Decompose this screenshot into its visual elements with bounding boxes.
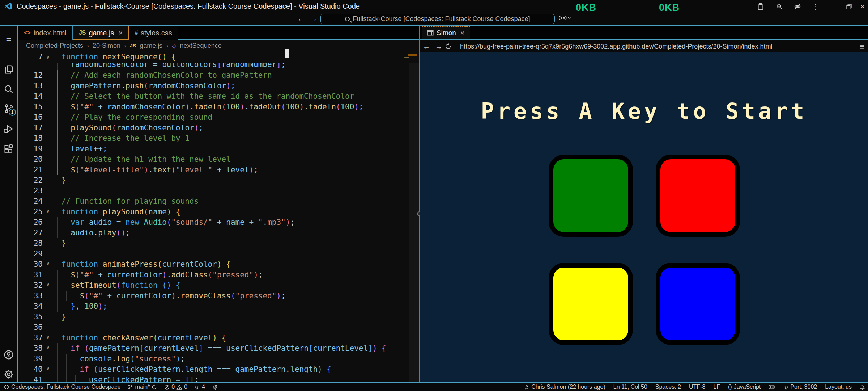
fold-chevron-icon[interactable]: ∨ bbox=[46, 206, 50, 216]
fold-chevron-icon[interactable]: ∨ bbox=[46, 279, 50, 290]
code-line-23[interactable]: 23 bbox=[18, 186, 419, 196]
browser-back-icon[interactable]: ← bbox=[420, 42, 433, 51]
browser-menu-icon[interactable]: ≡ bbox=[860, 42, 864, 51]
line-number: 39 bbox=[18, 354, 43, 364]
code-line-27[interactable]: 27 audio.play(); bbox=[18, 228, 419, 238]
browser-forward-icon[interactable]: → bbox=[433, 42, 445, 51]
partially-hidden-line[interactable]: randomChosenColor = buttonColors[randomN… bbox=[18, 63, 419, 70]
code-line-18[interactable]: 18 // Increase the level by 1 bbox=[18, 133, 419, 144]
zoom-lens-icon[interactable] bbox=[773, 2, 786, 11]
simon-button-red[interactable] bbox=[656, 155, 740, 237]
simon-button-green[interactable] bbox=[549, 155, 633, 237]
code-line-36[interactable]: 36 bbox=[18, 322, 419, 333]
code-text: // Play the corresponding sound bbox=[61, 112, 212, 123]
simon-button-yellow[interactable] bbox=[549, 263, 633, 345]
port-status[interactable]: Port: 3002 bbox=[783, 384, 817, 390]
language-mode-status[interactable]: () JavaScript bbox=[728, 384, 761, 390]
command-center-search[interactable]: Fullstack-Course [Codespaces: Fullstack … bbox=[320, 14, 555, 24]
code-line-17[interactable]: 17 playSound(randomChosenColor); bbox=[18, 123, 419, 133]
git-branch-status[interactable]: main* bbox=[128, 384, 157, 390]
settings-gear-icon[interactable] bbox=[0, 366, 17, 382]
tab-close-icon[interactable]: × bbox=[460, 29, 465, 37]
extensions-icon[interactable] bbox=[0, 141, 17, 157]
fold-chevron-icon[interactable]: ∨ bbox=[46, 363, 50, 374]
fold-chevron-icon[interactable]: ∨ bbox=[46, 258, 50, 269]
code-line-21[interactable]: 21 $("#level-title").text("Level " + lev… bbox=[18, 165, 419, 175]
code-line-39[interactable]: 39 console.log("success"); bbox=[18, 354, 419, 364]
eye-off-icon[interactable] bbox=[791, 2, 804, 11]
fold-chevron-icon[interactable]: ∨ bbox=[46, 51, 50, 63]
breadcrumb-item[interactable]: nextSequence bbox=[180, 42, 222, 50]
code-line-37[interactable]: 37∨function checkAnswer(currentLevel) { bbox=[18, 333, 419, 343]
code-line-16[interactable]: 16 // Play the corresponding sound bbox=[18, 112, 419, 123]
tab-game-js[interactable]: JS game.js × bbox=[73, 26, 129, 40]
tab-index-html[interactable]: <> index.html bbox=[18, 26, 73, 40]
search-sidebar-icon[interactable] bbox=[0, 81, 17, 97]
deploy-status[interactable] bbox=[212, 384, 218, 390]
code-line-30[interactable]: 30∨function animatePress(currentColor) { bbox=[18, 259, 419, 270]
clipboard-icon[interactable] bbox=[754, 2, 767, 11]
code-line-31[interactable]: 31 $("#" + currentColor).addClass("press… bbox=[18, 270, 419, 280]
code-line-33[interactable]: 33 $("#" + currentColor).removeClass("pr… bbox=[18, 291, 419, 301]
breadcrumb-item[interactable]: Completed-Projects bbox=[26, 42, 83, 50]
ports-status[interactable]: 4 bbox=[195, 384, 205, 390]
account-icon[interactable] bbox=[0, 347, 17, 363]
indent-guide bbox=[57, 144, 58, 154]
explorer-icon[interactable] bbox=[0, 62, 17, 77]
tab-styles-css[interactable]: # styles.css bbox=[129, 26, 178, 40]
cursor-position-status[interactable]: Ln 11, Col 50 bbox=[613, 384, 647, 390]
kebab-menu-icon[interactable]: ⋮ bbox=[809, 2, 822, 11]
source-control-icon[interactable]: 1 bbox=[0, 101, 17, 117]
breadcrumb-item[interactable]: game.js bbox=[140, 42, 162, 50]
breadcrumb-item[interactable]: 20-Simon bbox=[93, 42, 120, 50]
code-line-14[interactable]: 14 // Select the button with the same id… bbox=[18, 91, 419, 102]
tab-close-icon[interactable]: × bbox=[118, 29, 123, 37]
remote-indicator[interactable]: Codespaces: Fullstack Course Codespace bbox=[4, 384, 120, 390]
git-author-status[interactable]: Chris Salmon (22 hours ago) bbox=[524, 384, 605, 390]
browser-reload-icon[interactable] bbox=[445, 43, 457, 50]
code-line-15[interactable]: 15 $("#" + randomChosenColor).fadeIn(100… bbox=[18, 102, 419, 112]
url-input[interactable]: https://bug-free-palm-tree-qr5q7x9r5g6hx… bbox=[460, 43, 851, 50]
code-line-38[interactable]: 38∨ if (gamePattern[currentLevel] === us… bbox=[18, 343, 419, 354]
code-line-20[interactable]: 20 // Update the h1 with the new level bbox=[18, 154, 419, 165]
fold-chevron-icon[interactable]: ∨ bbox=[46, 342, 50, 353]
code-line-40[interactable]: 40∨ if (userClickedPattern.length === ga… bbox=[18, 364, 419, 375]
code-line-19[interactable]: 19 level++; bbox=[18, 144, 419, 154]
eol-status[interactable]: LF bbox=[713, 384, 720, 390]
code-line-41[interactable]: 41 userClickedPattern = []; bbox=[18, 375, 419, 383]
code-line-28[interactable]: 28} bbox=[18, 238, 419, 249]
run-debug-icon[interactable] bbox=[0, 121, 17, 137]
encoding-status[interactable]: UTF-8 bbox=[689, 384, 705, 390]
code-area[interactable]: randomChosenColor = buttonColors[randomN… bbox=[18, 63, 419, 383]
copilot-menu-icon[interactable] bbox=[559, 14, 571, 21]
code-line-22[interactable]: 22} bbox=[18, 175, 419, 186]
simon-button-blue[interactable] bbox=[656, 263, 740, 345]
code-line-34[interactable]: 34 }, 100); bbox=[18, 301, 419, 312]
fold-chevron-icon[interactable]: ∨ bbox=[46, 332, 50, 342]
indentation-status[interactable]: Spaces: 2 bbox=[655, 384, 681, 390]
layout-status[interactable]: Layout: us bbox=[825, 384, 852, 390]
fold-collapse-icon[interactable]: — bbox=[404, 51, 409, 63]
restore-button[interactable] bbox=[843, 2, 855, 11]
sticky-scroll-line[interactable]: 7∨function nextSequence() {— bbox=[18, 51, 419, 63]
line-number: 36 bbox=[18, 322, 43, 333]
nav-back-icon[interactable]: ← bbox=[296, 14, 307, 23]
code-line-13[interactable]: 13 gamePattern.push(randomChosenColor); bbox=[18, 81, 419, 91]
editor-scrollbar[interactable] bbox=[409, 63, 419, 383]
code-line-32[interactable]: 32∨ setTimeout(function () { bbox=[18, 280, 419, 291]
hamburger-menu-icon[interactable]: ≡ bbox=[0, 30, 17, 46]
nav-forward-icon[interactable]: → bbox=[308, 14, 319, 23]
notifications-bell[interactable] bbox=[860, 384, 865, 390]
code-line-24[interactable]: 24// Function for playing sounds bbox=[18, 196, 419, 207]
code-line-29[interactable]: 29 bbox=[18, 249, 419, 259]
code-line-35[interactable]: 35} bbox=[18, 312, 419, 322]
close-window-button[interactable]: × bbox=[856, 2, 868, 11]
tab-simon-preview[interactable]: Simon × bbox=[422, 26, 470, 39]
minimize-button[interactable]: ─ bbox=[827, 2, 840, 11]
code-line-26[interactable]: 26 var audio = new Audio("sounds/" + nam… bbox=[18, 217, 419, 228]
problems-status[interactable]: 0 0 bbox=[164, 384, 187, 390]
code-line-11[interactable]: randomChosenColor = buttonColors[randomN… bbox=[18, 63, 419, 70]
code-line-25[interactable]: 25∨function playSound(name) { bbox=[18, 207, 419, 217]
code-line-12[interactable]: 12 // Add each randomChosenColor to game… bbox=[18, 70, 419, 81]
copilot-status[interactable] bbox=[769, 384, 775, 390]
